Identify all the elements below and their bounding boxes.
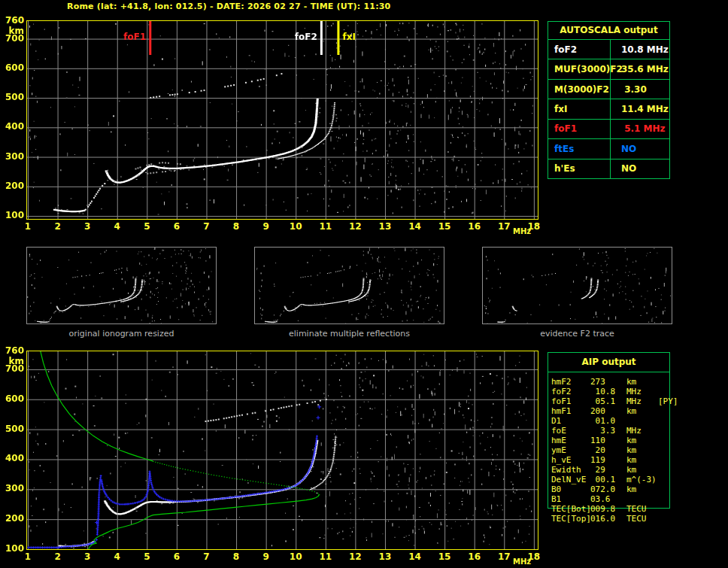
- aip-param-label: D1: [551, 416, 561, 426]
- autoscala-row: MUF(3000)F235.6 MHz: [548, 59, 669, 79]
- aip-param-label: TEC[Top]: [551, 514, 591, 524]
- x-axis-tick-label: 17: [496, 222, 512, 232]
- aip-row: foF2 10.8MHz: [548, 387, 698, 396]
- aip-param-value: 03.6: [590, 494, 611, 504]
- aip-param-flag: [PY]: [658, 396, 678, 406]
- aip-param-value: 05.1: [590, 396, 615, 406]
- aip-param-unit: km: [626, 484, 636, 494]
- y-axis-tick-label: 300: [3, 484, 24, 494]
- aip-row: B103.6: [548, 494, 698, 504]
- y-axis-tick-label: 100: [3, 211, 24, 220]
- aip-row: ymE 20km: [548, 445, 698, 455]
- aip-param-value: 29: [590, 465, 605, 475]
- page-title: Rome (lat: +41.8, lon: 012.5) - DATE: 20…: [67, 2, 390, 11]
- aip-param-label: hmF1: [551, 406, 572, 416]
- aip-param-unit: km: [626, 465, 636, 475]
- x-axis-tick-label: 1: [20, 222, 36, 232]
- thumbnail-original-ionogram-canvas: [27, 248, 216, 323]
- y-axis-tick-label: 600: [3, 394, 24, 404]
- aip-row: foF1 05.1MHz[PY]: [548, 396, 698, 406]
- autoscala-param-value: 35.6 MHz: [611, 59, 669, 78]
- x-axis-tick-label: 3: [79, 222, 96, 232]
- y-axis-tick-label: 400: [3, 122, 24, 132]
- aip-param-label: ymE: [551, 445, 566, 455]
- y-axis-unit-label: km: [3, 357, 24, 366]
- aip-param-label: foF1: [551, 396, 572, 406]
- thumbnail-eliminate-reflections: [254, 247, 444, 324]
- x-axis-tick-label: 10: [287, 552, 304, 562]
- x-axis-tick-label: 8: [228, 222, 244, 232]
- aip-row: hmF1200km: [548, 406, 698, 416]
- aip-param-unit: MHz: [626, 396, 642, 406]
- x-axis-tick-label: 15: [436, 552, 453, 562]
- x-axis-tick-label: 14: [407, 552, 423, 562]
- aip-param-label: TEC[Bot]: [551, 504, 591, 514]
- y-axis-tick-label: 400: [3, 454, 24, 463]
- y-axis-unit-label: km: [3, 26, 24, 36]
- x-axis-tick-label: 6: [168, 552, 185, 562]
- x-axis-tick-label: 5: [138, 552, 155, 562]
- autoscala-param-label: foF2: [548, 40, 611, 59]
- autoscala-row: foF1 5.1 MHz: [548, 120, 669, 139]
- y-axis-tick-label: 760: [3, 346, 24, 356]
- x-axis-tick-label: 15: [436, 222, 453, 232]
- x-axis-tick-label: 6: [168, 222, 185, 232]
- aip-param-unit: km: [626, 455, 636, 465]
- autoscala-row: fxI11.4 MHz: [548, 99, 669, 119]
- autoscala-param-value: 5.1 MHz: [611, 120, 669, 138]
- aip-param-value: 20: [590, 445, 605, 455]
- autoscala-row: M(3000)F2 3.30: [548, 80, 669, 99]
- aip-param-unit: km: [626, 377, 636, 387]
- x-axis-tick-label: 10: [287, 222, 304, 232]
- autoscala-param-value: 10.8 MHz: [611, 40, 669, 59]
- aip-param-label: B1: [551, 494, 561, 504]
- aip-param-label: foF2: [551, 387, 572, 396]
- x-axis-unit-label: MHz: [513, 557, 531, 566]
- x-axis-tick-label: 4: [109, 552, 126, 562]
- autoscala-param-value: 3.30: [611, 80, 669, 99]
- thumbnail-evidence-f2-trace-canvas: [483, 248, 672, 323]
- aip-row: Ewidth 29km: [548, 465, 698, 475]
- aip-param-label: Ewidth: [551, 465, 581, 475]
- x-axis-tick-label: 12: [347, 222, 363, 232]
- autoscala-param-value: 11.4 MHz: [611, 99, 669, 118]
- aip-row: foE 3.3MHz: [548, 426, 698, 436]
- autoscala-param-label: ftEs: [548, 139, 611, 158]
- aip-param-value: 016.0: [590, 514, 615, 524]
- x-axis-tick-label: 14: [407, 222, 423, 232]
- autoscala-param-label: M(3000)F2: [548, 80, 611, 99]
- aip-row: TEC[Bot]009.8TECU: [548, 504, 698, 514]
- thumbnail-eliminate-reflections-canvas: [255, 248, 444, 323]
- aip-param-value: 119: [590, 455, 605, 465]
- aip-title: AIP output: [548, 357, 670, 367]
- autoscala-row: ftEsNO: [548, 139, 669, 159]
- x-axis-tick-label: 7: [198, 552, 214, 562]
- x-axis-tick-label: 13: [377, 552, 393, 562]
- autoscala-param-value: NO: [611, 139, 669, 158]
- autoscala-output-panel: AUTOSCALA outputfoF210.8 MHzMUF(3000)F23…: [548, 21, 670, 179]
- aip-param-unit: TECU: [626, 514, 647, 524]
- aip-param-unit: km: [626, 445, 636, 455]
- thumbnail-evidence-f2-trace: [482, 247, 672, 324]
- aip-row: hmE110km: [548, 436, 698, 445]
- aip-title-separator: [548, 372, 670, 372]
- y-axis-tick-label: 200: [3, 181, 24, 191]
- x-axis-tick-label: 9: [258, 552, 275, 562]
- aip-param-label: foE: [551, 426, 566, 436]
- aip-row: DelN_vE 00.1m^(-3): [548, 475, 698, 484]
- aip-param-label: B0: [551, 484, 561, 494]
- aip-param-value: 00.1: [590, 475, 615, 484]
- aip-param-unit: m^(-3): [626, 475, 657, 484]
- aip-param-label: DelN_vE: [551, 475, 586, 484]
- y-axis-tick-label: 500: [3, 93, 24, 102]
- x-axis-tick-label: 2: [50, 222, 66, 232]
- aip-param-value: 3.3: [590, 426, 615, 436]
- aip-param-label: hmF2: [551, 377, 572, 387]
- y-axis-tick-label: 300: [3, 152, 24, 162]
- ionogram-canvas: [26, 20, 538, 220]
- x-axis-tick-label: 2: [50, 552, 66, 562]
- x-axis-tick-label: 5: [138, 222, 155, 232]
- x-axis-tick-label: 8: [228, 552, 244, 562]
- aip-row: hmF2273km: [548, 377, 698, 387]
- autoscala-param-label: foF1: [548, 120, 611, 138]
